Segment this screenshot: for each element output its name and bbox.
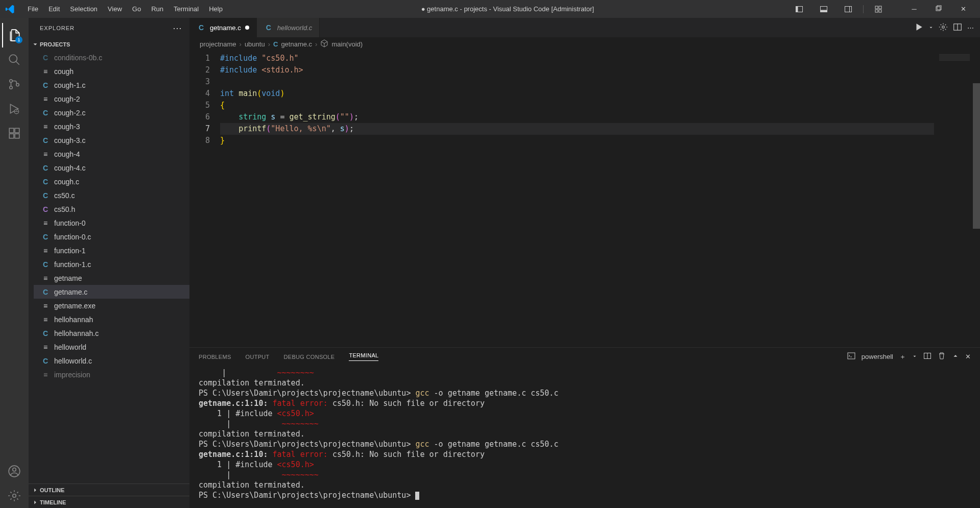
explorer-badge: 1 xyxy=(15,36,22,43)
svg-point-16 xyxy=(16,83,19,86)
activity-source-control[interactable] xyxy=(2,72,27,96)
file-item[interactable]: Ccough.c xyxy=(34,175,189,188)
run-button[interactable] xyxy=(914,22,923,33)
file-item[interactable]: ≡function-0 xyxy=(34,216,189,230)
svg-rect-3 xyxy=(821,10,827,12)
file-item[interactable]: ≡cough-2 xyxy=(34,92,189,106)
split-editor-icon[interactable] xyxy=(953,22,962,33)
close-panel-icon[interactable]: ✕ xyxy=(965,353,971,360)
menu-file[interactable]: File xyxy=(22,3,43,15)
chevron-down-icon xyxy=(32,41,39,48)
layout-controls: ─ ✕ xyxy=(787,2,975,17)
file-name: function-0 xyxy=(54,219,85,227)
file-name: hellohannah xyxy=(54,316,93,324)
menu-help[interactable]: Help xyxy=(204,3,228,15)
toggle-primary-sidebar-button[interactable] xyxy=(787,2,811,17)
editor-settings-icon[interactable] xyxy=(939,22,948,33)
file-item[interactable]: ≡cough-4 xyxy=(34,147,189,161)
file-item[interactable]: ≡cough xyxy=(34,64,189,78)
menu-terminal[interactable]: Terminal xyxy=(169,3,204,15)
file-icon: ≡ xyxy=(41,274,50,282)
panel-scrollbar[interactable] xyxy=(973,18,980,179)
file-item[interactable]: Ccough-3.c xyxy=(34,133,189,147)
project-section-header[interactable]: PROJECTS xyxy=(29,38,189,51)
panel-tab-problems[interactable]: PROBLEMS xyxy=(199,354,231,360)
file-name: cs50.c xyxy=(54,191,75,200)
panel-tab-terminal[interactable]: TERMINAL xyxy=(349,352,378,361)
file-item[interactable]: Cfunction-1.c xyxy=(34,257,189,271)
file-item[interactable]: Ccough-1.c xyxy=(34,78,189,92)
activity-explorer[interactable]: 1 xyxy=(2,23,27,47)
panel: PROBLEMSOUTPUTDEBUG CONSOLETERMINAL powe… xyxy=(189,347,980,508)
menu-edit[interactable]: Edit xyxy=(43,3,65,15)
terminal-output[interactable]: | ~~~~~~~~compilation terminated.PS C:\U… xyxy=(189,366,980,508)
file-item[interactable]: ≡getname.exe xyxy=(34,299,189,312)
file-icon: ≡ xyxy=(41,316,50,324)
file-item[interactable]: ≡hellohannah xyxy=(34,312,189,326)
editor-tab[interactable]: Cgetname.c xyxy=(189,18,257,37)
terminal-shell-label[interactable]: powershell xyxy=(862,353,893,360)
outline-section-header[interactable]: OUTLINE xyxy=(29,483,189,496)
file-item[interactable]: Ccs50.c xyxy=(34,188,189,202)
file-name: cough-1.c xyxy=(54,81,85,89)
maximize-button[interactable] xyxy=(927,2,950,17)
file-item[interactable]: Cgetname.c xyxy=(34,285,189,299)
sidebar-more-icon[interactable]: ⋯ xyxy=(173,22,182,34)
close-button[interactable]: ✕ xyxy=(951,2,975,17)
svg-rect-7 xyxy=(879,6,881,9)
split-terminal-icon[interactable] xyxy=(923,352,931,361)
svg-rect-1 xyxy=(796,6,798,12)
run-dropdown[interactable] xyxy=(928,24,934,32)
file-item[interactable]: Ccough-4.c xyxy=(34,161,189,175)
customize-layout-button[interactable] xyxy=(867,2,890,17)
svg-rect-6 xyxy=(875,6,878,9)
code-editor[interactable]: 12345678 #include "cs50.h"#include <stdi… xyxy=(189,51,980,347)
editor-tab[interactable]: Chelloworld.c xyxy=(257,18,320,37)
menu-view[interactable]: View xyxy=(103,3,127,15)
maximize-panel-icon[interactable] xyxy=(952,352,959,361)
file-item[interactable]: ≡imprecision xyxy=(34,368,189,381)
timeline-section-header[interactable]: TIMELINE xyxy=(29,496,189,508)
file-item[interactable]: Ccough-2.c xyxy=(34,106,189,119)
activity-run-debug[interactable] xyxy=(2,96,27,121)
file-name: helloworld.c xyxy=(54,357,92,365)
file-item[interactable]: ≡cough-3 xyxy=(34,119,189,133)
activity-accounts[interactable] xyxy=(2,459,27,483)
file-item[interactable]: Cfunction-0.c xyxy=(34,230,189,244)
editor-area: Cgetname.cChelloworld.c ⋯ projectname › … xyxy=(189,18,980,508)
minimize-button[interactable]: ─ xyxy=(902,2,926,17)
breadcrumbs[interactable]: projectname › ubuntu › C getname.c › mai… xyxy=(189,37,980,51)
file-name: getname.exe xyxy=(54,302,95,310)
toggle-secondary-sidebar-button[interactable] xyxy=(836,2,860,17)
c-file-icon: C xyxy=(41,136,50,144)
file-tree[interactable]: Cconditions-0b.c≡coughCcough-1.c≡cough-2… xyxy=(29,51,189,483)
file-item[interactable]: ≡function-1 xyxy=(34,244,189,257)
file-item[interactable]: Chelloworld.c xyxy=(34,354,189,368)
menu-selection[interactable]: Selection xyxy=(65,3,102,15)
file-icon: ≡ xyxy=(41,123,50,131)
kill-terminal-icon[interactable] xyxy=(938,352,946,361)
vscode-logo-icon xyxy=(5,4,15,14)
file-item[interactable]: Cconditions-0b.c xyxy=(34,51,189,64)
svg-rect-20 xyxy=(9,128,14,133)
c-file-icon: C xyxy=(41,260,50,269)
panel-tab-debug-console[interactable]: DEBUG CONSOLE xyxy=(284,354,335,360)
file-icon: ≡ xyxy=(41,247,50,255)
activity-extensions[interactable] xyxy=(2,121,27,146)
file-item[interactable]: ≡helloworld xyxy=(34,340,189,354)
toggle-panel-button[interactable] xyxy=(812,2,835,17)
panel-tab-output[interactable]: OUTPUT xyxy=(246,354,270,360)
terminal-cursor xyxy=(415,492,419,500)
file-item[interactable]: Chellohannah.c xyxy=(34,326,189,340)
file-item[interactable]: ≡getname xyxy=(34,271,189,285)
activity-search[interactable] xyxy=(2,47,27,72)
terminal-dropdown[interactable] xyxy=(912,353,917,360)
c-file-icon: C xyxy=(273,40,278,48)
menu-run[interactable]: Run xyxy=(146,3,169,15)
file-item[interactable]: Ccs50.h xyxy=(34,202,189,216)
menu-go[interactable]: Go xyxy=(127,3,146,15)
c-file-icon: C xyxy=(41,357,50,365)
new-terminal-icon[interactable]: ＋ xyxy=(899,352,906,361)
activity-settings[interactable] xyxy=(2,483,27,508)
c-file-icon: C xyxy=(197,23,206,32)
